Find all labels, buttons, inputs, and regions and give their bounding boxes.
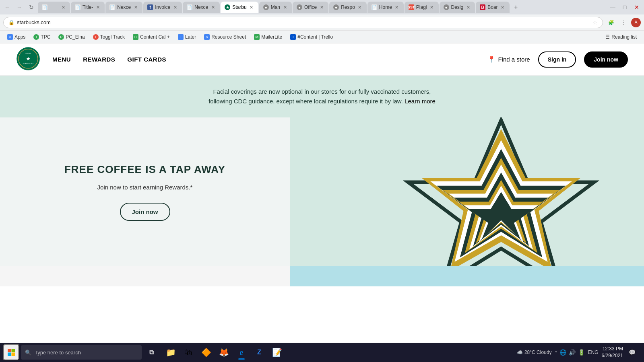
notice-text-line2: following CDC guidance, except where loc… — [16, 97, 628, 106]
taskbar-sticky-notes[interactable]: 📝 — [269, 344, 285, 360]
tab-close-4[interactable]: ✕ — [172, 4, 178, 10]
tab-close-11[interactable]: ✕ — [429, 4, 435, 10]
battery-icon[interactable]: 🔋 — [578, 349, 585, 356]
nav-rewards[interactable]: REWARDS — [83, 56, 115, 63]
bottom-teaser-left — [0, 266, 290, 286]
close-button[interactable]: ✕ — [631, 2, 642, 13]
bookmark-pcelna-label: PC_Elna — [66, 34, 85, 40]
tab-favicon-12: ● — [444, 4, 449, 10]
reading-list-button[interactable]: ☰ Reading list — [602, 33, 640, 41]
tab-favicon-8: ● — [297, 4, 302, 10]
start-button[interactable] — [3, 344, 19, 360]
starbucks-logo[interactable]: ★ STARBUCKS COFFEE — [16, 47, 52, 72]
bottom-teaser — [0, 266, 644, 286]
sticky-notes-icon: 📝 — [272, 348, 282, 357]
store-icon: 🛍 — [184, 348, 192, 357]
taskbar-file-explorer[interactable]: 📁 — [163, 344, 179, 360]
taskbar-zoom[interactable]: Z — [251, 344, 267, 360]
settings-button[interactable]: ⋮ — [618, 17, 630, 28]
tab-4[interactable]: f Invoice ✕ — [143, 2, 182, 13]
tab-12[interactable]: ● Desig ✕ — [440, 2, 475, 13]
task-view-button[interactable]: ⧉ — [143, 344, 159, 360]
nav-gift-cards[interactable]: GIFT CARDS — [127, 56, 166, 63]
bookmark-trello[interactable]: T #Content | Trello — [287, 33, 336, 41]
hero-left: FREE COFFEE IS A TAP AWAY Join now to st… — [0, 117, 290, 266]
tab-8-office[interactable]: ● Office ✕ — [293, 2, 328, 13]
language-indicator[interactable]: ENG — [588, 350, 599, 355]
minimize-button[interactable]: — — [607, 2, 618, 13]
tab-close-1[interactable]: ✕ — [60, 4, 66, 10]
hero-join-now-button[interactable]: Join now — [120, 203, 170, 221]
windows-logo-icon — [7, 348, 15, 356]
tab-label-7: Man — [271, 4, 280, 10]
tab-6-starbucks[interactable]: ★ Starbu ✕ — [221, 2, 258, 13]
reload-button[interactable]: ↻ — [26, 2, 37, 13]
nav-menu[interactable]: MENU — [52, 56, 71, 63]
tab-close-8[interactable]: ✕ — [319, 4, 324, 10]
up-arrow-icon[interactable]: ^ — [555, 350, 557, 355]
taskbar-edge[interactable]: e — [233, 344, 250, 360]
tab-favicon-10: 📄 — [372, 4, 377, 10]
system-tray: ^ 🌐 🔊 🔋 — [555, 349, 584, 356]
maximize-button[interactable]: □ — [619, 2, 630, 13]
bookmark-later[interactable]: L Later — [175, 33, 199, 41]
tab-close-7[interactable]: ✕ — [282, 4, 288, 10]
address-bar[interactable]: 🔒 starbucks.com ☆ — [3, 17, 603, 28]
svg-rect-17 — [12, 349, 15, 352]
weather-icon: ☁️ — [517, 350, 523, 355]
taskbar-vlc[interactable]: 🔶 — [198, 344, 214, 360]
tab-close-2[interactable]: ✕ — [95, 4, 101, 10]
sign-in-button[interactable]: Sign in — [538, 51, 576, 68]
sound-icon[interactable]: 🔊 — [569, 349, 576, 356]
tab-7[interactable]: ● Man ✕ — [259, 2, 292, 13]
tab-13[interactable]: B Boar ✕ — [476, 2, 509, 13]
notice-text-part2: following CDC guidance, except where loc… — [208, 98, 403, 105]
tab-1[interactable]: 📄 ✕ — [38, 2, 70, 13]
extensions-button[interactable]: 🧩 — [605, 17, 617, 28]
tab-11[interactable]: SST Plagi ✕ — [405, 2, 439, 13]
bookmark-apps[interactable]: A Apps — [4, 33, 29, 41]
tab-close-12[interactable]: ✕ — [465, 4, 471, 10]
notification-button[interactable]: 💬 — [626, 347, 638, 358]
bookmark-star-icon[interactable]: ☆ — [592, 19, 598, 26]
bookmark-tpc-icon: T — [33, 34, 39, 40]
tab-9[interactable]: ● Respo ✕ — [329, 2, 367, 13]
tab-close-13[interactable]: ✕ — [500, 4, 506, 10]
svg-text:COFFEE: COFFEE — [25, 53, 31, 54]
tab-close-3[interactable]: ✕ — [133, 4, 138, 10]
taskbar-store[interactable]: 🛍 — [180, 344, 196, 360]
bookmark-pcelna[interactable]: P PC_Elna — [55, 33, 88, 41]
taskbar-clock[interactable]: 12:33 PM 6/29/2021 — [602, 346, 623, 359]
taskbar-search-text: Type here to search — [35, 350, 81, 356]
taskbar-weather[interactable]: ☁️ 28°C Cloudy — [517, 350, 552, 355]
profile-avatar[interactable]: A — [631, 18, 641, 27]
tab-5[interactable]: 📄 Nexce ✕ — [183, 2, 220, 13]
tab-close-starbucks[interactable]: ✕ — [249, 4, 254, 10]
tab-favicon-11: SST — [409, 4, 414, 10]
header-join-now-button[interactable]: Join now — [584, 51, 628, 68]
tab-favicon-9: ● — [333, 4, 339, 10]
new-tab-button[interactable]: + — [510, 2, 522, 13]
tab-3[interactable]: 📄 Nexce ✕ — [105, 2, 142, 13]
back-button[interactable]: ← — [2, 2, 13, 13]
bookmark-toggl[interactable]: T Toggl Track — [90, 33, 128, 41]
tab-label-13: Boar — [487, 4, 497, 10]
tab-close-5[interactable]: ✕ — [210, 4, 216, 10]
taskbar-firefox[interactable]: 🦊 — [216, 344, 232, 360]
file-explorer-icon: 📁 — [166, 348, 176, 357]
tab-favicon-1: 📄 — [42, 4, 47, 10]
tab-2[interactable]: 📄 Title- ✕ — [71, 2, 105, 13]
bookmark-contentcal[interactable]: C Content Cal + — [130, 33, 173, 41]
taskbar-search-bar[interactable]: 🔍 Type here to search — [21, 345, 142, 360]
bookmark-mailerlite[interactable]: M MailerLite — [251, 33, 285, 41]
bookmark-resource-sheet[interactable]: R Resource Sheet — [201, 33, 249, 41]
find-store-link[interactable]: 📍 Find a store — [487, 56, 530, 63]
hero-right — [290, 117, 644, 266]
tab-close-10[interactable]: ✕ — [394, 4, 400, 10]
tab-10[interactable]: 📄 Home ✕ — [367, 2, 404, 13]
bookmark-tpc[interactable]: T TPC — [30, 33, 54, 41]
learn-more-link[interactable]: Learn more — [405, 98, 436, 105]
tab-close-9[interactable]: ✕ — [357, 4, 363, 10]
forward-button[interactable]: → — [14, 2, 25, 13]
network-icon[interactable]: 🌐 — [559, 349, 566, 356]
